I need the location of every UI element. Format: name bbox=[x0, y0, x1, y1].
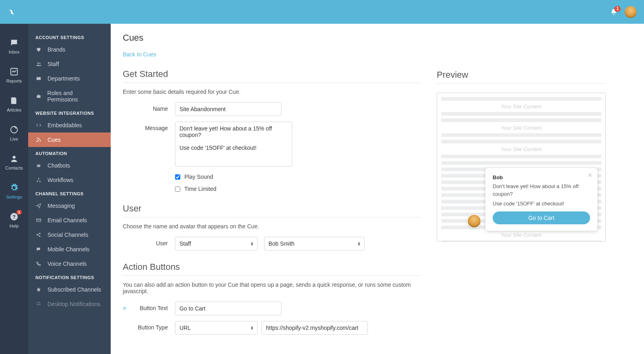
nav-settings[interactable]: Settings bbox=[0, 177, 28, 206]
sidebar-item-departments[interactable]: Departments bbox=[28, 71, 111, 86]
message-label: Message bbox=[123, 122, 175, 131]
sidebar-item-desktop[interactable]: Desktop Notifications bbox=[28, 297, 111, 311]
chevron-updown-icon bbox=[358, 242, 360, 246]
app-logo[interactable] bbox=[7, 8, 16, 17]
cue-action-button[interactable]: Go to Cart bbox=[493, 211, 590, 224]
remove-action-button[interactable]: × bbox=[123, 302, 130, 340]
id-card-icon bbox=[35, 76, 42, 81]
name-input[interactable] bbox=[175, 102, 281, 116]
sidebar-item-voice[interactable]: Voice Channels bbox=[28, 257, 111, 271]
main-content: Cues Back to Cues Get Started Enter some… bbox=[111, 24, 644, 354]
button-text-input[interactable] bbox=[175, 302, 281, 315]
page-title: Cues bbox=[123, 33, 421, 43]
section-desc: Enter some basic details required for yo… bbox=[123, 89, 421, 95]
sitemap-icon bbox=[35, 177, 42, 183]
rss-icon bbox=[35, 137, 42, 143]
svg-line-22 bbox=[38, 234, 39, 234]
svg-rect-17 bbox=[39, 181, 40, 182]
svg-rect-12 bbox=[37, 165, 40, 167]
section-get-started: Get Started bbox=[123, 69, 421, 83]
cue-sender-name: Bob bbox=[493, 174, 590, 180]
mobile-chat-icon bbox=[35, 246, 42, 252]
nav-reports[interactable]: Reports bbox=[0, 61, 28, 90]
nav-articles[interactable]: Articles bbox=[0, 90, 28, 119]
bell-outline-icon bbox=[35, 301, 42, 307]
time-limited-checkbox[interactable] bbox=[175, 186, 180, 192]
svg-point-6 bbox=[37, 62, 39, 64]
svg-point-11 bbox=[37, 141, 37, 142]
section-user: User bbox=[123, 203, 421, 217]
chevron-updown-icon bbox=[251, 242, 253, 246]
sidebar-item-chatbots[interactable]: Chatbots bbox=[28, 158, 111, 173]
cue-message-line: Use code '15OFF' at checkout! bbox=[493, 200, 590, 207]
section-desc: You can also add an action button to you… bbox=[123, 282, 421, 294]
svg-rect-15 bbox=[38, 178, 39, 179]
sidebar-item-email[interactable]: Email Channels bbox=[28, 213, 111, 228]
user-staff-select[interactable]: Bob Smith bbox=[264, 237, 365, 250]
nav-contacts[interactable]: Contacts bbox=[0, 148, 28, 177]
sidebar-item-cues[interactable]: Cues bbox=[28, 132, 111, 147]
briefcase-icon bbox=[35, 93, 42, 99]
user-avatar[interactable] bbox=[625, 6, 637, 18]
message-textarea[interactable]: Don't leave yet! How about a 15% off cou… bbox=[175, 122, 292, 167]
svg-rect-8 bbox=[37, 77, 41, 80]
sidebar-item-brands[interactable]: Brands bbox=[28, 42, 111, 57]
user-label: User bbox=[123, 237, 175, 246]
send-icon bbox=[35, 203, 42, 209]
svg-rect-10 bbox=[38, 95, 39, 95]
gear-icon bbox=[10, 183, 19, 192]
help-badge: 1 bbox=[17, 210, 22, 215]
button-type-select[interactable]: URL bbox=[175, 321, 258, 335]
back-to-cues-link[interactable]: Back to Cues bbox=[123, 51, 156, 58]
chevron-updown-icon bbox=[251, 326, 253, 330]
nav-live[interactable]: Live bbox=[0, 119, 28, 148]
sidebar-item-staff[interactable]: Staff bbox=[28, 57, 111, 71]
sidebar-item-subscribed[interactable]: Subscribed Channels bbox=[28, 282, 111, 297]
sidebar-item-mobile[interactable]: Mobile Channels bbox=[28, 242, 111, 257]
sidebar-heading: NOTIFICATION SETTINGS bbox=[28, 271, 111, 282]
nav-inbox[interactable]: Inbox bbox=[0, 32, 28, 61]
person-icon bbox=[10, 154, 19, 163]
svg-point-7 bbox=[39, 63, 40, 64]
sidebar-item-workflows[interactable]: Workflows bbox=[28, 173, 111, 187]
svg-rect-9 bbox=[37, 95, 40, 98]
svg-point-19 bbox=[37, 234, 37, 235]
preview-frame: Your Site Content Your Site Content Your… bbox=[437, 93, 606, 242]
sidebar-item-messaging[interactable]: Messaging bbox=[28, 199, 111, 213]
target-icon bbox=[10, 125, 19, 134]
time-limited-label: Time Limited bbox=[184, 186, 217, 192]
primary-nav: Inbox Reports Articles Live Contacts Set… bbox=[0, 24, 28, 354]
sidebar-heading: AUTOMATION bbox=[28, 147, 111, 158]
section-desc: Choose the name and avatar that appears … bbox=[123, 223, 421, 230]
code-icon bbox=[35, 122, 42, 128]
preview-heading: Preview bbox=[437, 70, 606, 84]
svg-point-1 bbox=[11, 126, 18, 133]
sidebar-item-roles[interactable]: Roles and Permissions bbox=[28, 86, 111, 107]
button-text-label: Button Text bbox=[130, 302, 175, 311]
svg-text:?: ? bbox=[12, 214, 16, 220]
sidebar-heading: WEBSITE INTEGRATIONS bbox=[28, 107, 111, 118]
sidebar-item-social[interactable]: Social Channels bbox=[28, 228, 111, 242]
section-action-buttons: Action Buttons bbox=[123, 262, 421, 276]
robot-icon bbox=[35, 163, 42, 168]
share-icon bbox=[35, 232, 42, 238]
notifications-button[interactable]: 1 bbox=[610, 8, 617, 16]
envelope-icon bbox=[35, 217, 42, 223]
sidebar-item-embeddables[interactable]: Embeddables bbox=[28, 118, 111, 132]
notification-badge: 1 bbox=[614, 6, 621, 12]
button-url-input[interactable] bbox=[262, 321, 368, 335]
close-icon[interactable]: ✕ bbox=[588, 172, 592, 178]
topbar: 1 bbox=[0, 0, 644, 24]
svg-line-23 bbox=[38, 235, 39, 236]
users-icon bbox=[35, 61, 42, 67]
book-icon bbox=[10, 96, 19, 105]
chart-icon bbox=[10, 67, 19, 76]
play-sound-checkbox[interactable] bbox=[175, 174, 180, 180]
cue-avatar bbox=[467, 214, 481, 228]
user-type-select[interactable]: Staff bbox=[175, 237, 258, 250]
chat-icon bbox=[10, 38, 19, 47]
sidebar-heading: CHANNEL SETTINGS bbox=[28, 187, 111, 199]
cue-preview-card: ✕ Bob Don't leave yet! How about a 15% o… bbox=[485, 168, 597, 231]
nav-help[interactable]: ? 1 Help bbox=[0, 206, 28, 235]
phone-icon bbox=[35, 261, 42, 267]
